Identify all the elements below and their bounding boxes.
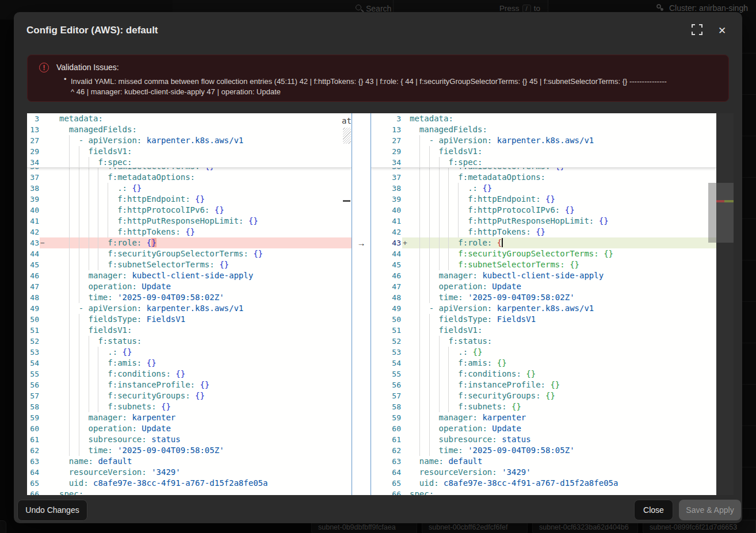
- line-number: 42: [371, 227, 401, 237]
- line-number: 63: [371, 456, 401, 467]
- line-number: 55: [27, 369, 39, 379]
- code-line: 3metadata:: [371, 113, 716, 124]
- line-number: 34: [371, 157, 401, 168]
- code-line: 39f:httpEndpoint: {}: [27, 194, 352, 205]
- line-number: 38: [371, 183, 401, 194]
- line-number: 52: [371, 336, 401, 347]
- save-apply-button[interactable]: Save & Apply: [679, 500, 741, 520]
- line-number: 29: [371, 146, 401, 157]
- code-line: 41f:httpPutResponseHopLimit: {}: [27, 216, 352, 227]
- overview-ruler-slider[interactable]: [716, 183, 734, 243]
- line-number: 3: [371, 113, 401, 124]
- dialog-title: Config Editor (AWS): default: [26, 25, 158, 36]
- line-number: 66: [371, 489, 401, 495]
- line-number: 62: [371, 445, 401, 456]
- fullscreen-icon[interactable]: [692, 24, 705, 38]
- code-line: 37f:metadataOptions:: [27, 172, 352, 183]
- line-number: 46: [27, 270, 39, 281]
- code-line: 44f:securityGroupSelectorTerms: {}: [27, 248, 352, 259]
- overview-ruler-marker: [343, 200, 350, 202]
- error-icon: !: [39, 63, 49, 72]
- code-line: 53.: {}: [27, 347, 352, 358]
- code-line: 58f:subnets: {}: [371, 401, 716, 412]
- code-line: 38.: {}: [27, 183, 352, 194]
- code-line: 64resourceVersion: '3429': [27, 467, 352, 478]
- diff-gutter: →: [352, 113, 371, 495]
- line-number: 49: [371, 303, 401, 314]
- line-number: 48: [27, 292, 39, 303]
- line-number: 61: [27, 434, 39, 445]
- diff-original-pane[interactable]: 36f:amiSelectorTerms: {}37f:metadataOpti…: [27, 113, 352, 495]
- line-number: 44: [371, 248, 401, 259]
- code-line: 50fieldsType: FieldsV1: [371, 314, 716, 325]
- line-number: 42: [27, 227, 39, 237]
- line-number: 46: [371, 270, 401, 281]
- line-number: 59: [27, 412, 39, 423]
- app-root: Search Press/to search Cluster: anirban-…: [0, 0, 756, 533]
- code-line: 60operation: Update: [27, 423, 352, 434]
- code-line: 43−f:role: {}: [27, 237, 352, 248]
- line-number: 45: [371, 259, 401, 270]
- code-line: 62time: '2025-09-04T09:58:05Z': [27, 445, 352, 456]
- code-line: 34f:spec:: [27, 157, 352, 168]
- code-line: 65uid: c8afe97e-38cc-4f91-a767-d15f2a8fe…: [371, 478, 716, 489]
- code-line: 64resourceVersion: '3429': [371, 467, 716, 478]
- code-line: 66spec:: [371, 489, 716, 495]
- line-number: 43: [371, 237, 401, 248]
- line-number: 53: [371, 347, 401, 358]
- code-line: 37f:metadataOptions:: [371, 172, 716, 183]
- line-number: 3: [27, 113, 39, 124]
- code-line: 58f:subnets: {}: [27, 401, 352, 412]
- validation-message-line2: ^ 46 | manager: kubectl-client-side-appl…: [71, 87, 281, 96]
- config-editor-dialog: Config Editor (AWS): default ✕ ! Validat…: [14, 12, 742, 523]
- code-line: 61subresource: status: [27, 434, 352, 445]
- line-number: 41: [371, 216, 401, 227]
- code-line: 40f:httpProtocolIPv6: {}: [371, 205, 716, 216]
- code-line: 43+f:role: {: [371, 237, 716, 248]
- code-line: 59manager: karpenter: [371, 412, 716, 423]
- code-line: 54f:amis: {}: [27, 358, 352, 369]
- code-line: 63name: default: [27, 456, 352, 467]
- diff-overview-ruler: [716, 113, 734, 495]
- line-number: 59: [371, 412, 401, 423]
- line-number: 54: [27, 358, 39, 369]
- code-line: 46manager: kubectl-client-side-apply: [27, 270, 352, 281]
- code-line: 49- apiVersion: karpenter.k8s.aws/v1: [371, 303, 716, 314]
- code-line: 40f:httpProtocolIPv6: {}: [27, 205, 352, 216]
- line-number: 47: [27, 281, 39, 292]
- line-number: 53: [27, 347, 39, 358]
- sticky-scroll-header: 3metadata:13managedFields:27- apiVersion…: [371, 113, 716, 168]
- line-number: 64: [27, 467, 39, 478]
- code-line: 42f:httpTokens: {}: [27, 227, 352, 237]
- vertical-scrollbar[interactable]: [708, 183, 716, 243]
- line-number: 65: [27, 478, 39, 489]
- undo-changes-button[interactable]: Undo Changes: [17, 500, 87, 521]
- line-number: 29: [27, 146, 39, 157]
- line-number: 45: [27, 259, 39, 270]
- line-number: 34: [27, 157, 39, 168]
- line-number: 54: [371, 358, 401, 369]
- line-number: 63: [27, 456, 39, 467]
- code-line: 51fieldsV1:: [27, 325, 352, 336]
- code-line: 54f:amis: {}: [371, 358, 716, 369]
- text-cursor: [502, 238, 503, 247]
- code-line: 60operation: Update: [371, 423, 716, 434]
- sticky-scroll-header: 3metadata:13managedFields:27- apiVersion…: [27, 113, 352, 168]
- code-line: 13managedFields:: [27, 124, 352, 135]
- diff-line-marker: −: [40, 237, 45, 248]
- diff-diagonal-fill: [343, 128, 351, 144]
- close-button[interactable]: Close: [634, 500, 673, 520]
- diff-change-arrow-icon[interactable]: →: [352, 237, 371, 248]
- line-number: 13: [27, 124, 39, 135]
- code-line: 34f:spec:: [371, 157, 716, 168]
- line-number: 60: [27, 423, 39, 434]
- code-line: 3metadata:: [27, 113, 352, 124]
- validation-issues-banner: ! Validation Issues: • Invalid YAML: mis…: [27, 55, 729, 102]
- close-icon[interactable]: ✕: [715, 24, 729, 38]
- diff-modified-pane[interactable]: 36f:amiSelectorTerms: {}37f:metadataOpti…: [371, 113, 716, 495]
- code-line: 13managedFields:: [371, 124, 716, 135]
- code-line: 56f:instanceProfile: {}: [27, 379, 352, 390]
- code-line: 55f:conditions: {}: [371, 369, 716, 379]
- line-number: 50: [27, 314, 39, 325]
- line-number: 57: [371, 390, 401, 401]
